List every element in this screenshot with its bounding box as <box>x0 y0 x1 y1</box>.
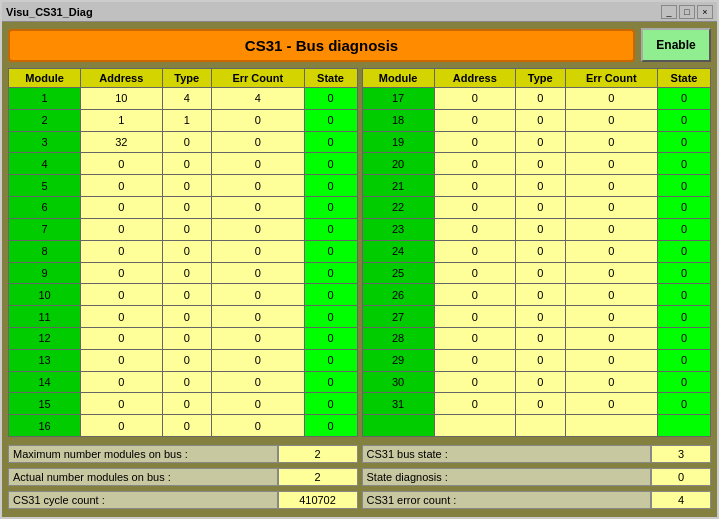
cell-module: 1 <box>9 88 81 110</box>
cell-module: 5 <box>9 175 81 197</box>
cell-state: 0 <box>304 131 357 153</box>
cell-module: 16 <box>9 415 81 437</box>
cell-state: 0 <box>658 109 711 131</box>
cell-state: 0 <box>304 153 357 175</box>
cell-address: 32 <box>81 131 162 153</box>
cell-module: 25 <box>362 262 434 284</box>
cell-state: 0 <box>658 88 711 110</box>
col-header-type-right: Type <box>516 69 566 88</box>
cell-empty <box>362 415 434 437</box>
cell-address: 0 <box>434 175 515 197</box>
status-value: 2 <box>278 445 358 463</box>
cell-type: 0 <box>162 240 212 262</box>
cell-empty <box>516 415 566 437</box>
cell-type: 0 <box>516 197 566 219</box>
status-section: Maximum number modules on bus : 2 Actual… <box>8 443 711 511</box>
table-row: 11 0 0 0 0 <box>9 306 358 328</box>
status-value: 0 <box>651 468 711 486</box>
cell-address: 0 <box>81 415 162 437</box>
status-label: CS31 error count : <box>362 491 652 509</box>
table-row: 20 0 0 0 0 <box>362 153 711 175</box>
table-row: 1 10 4 4 0 <box>9 88 358 110</box>
table-row: 26 0 0 0 0 <box>362 284 711 306</box>
cell-address: 0 <box>81 153 162 175</box>
cell-errcount: 0 <box>565 153 657 175</box>
cell-state: 0 <box>304 306 357 328</box>
cell-errcount: 0 <box>565 262 657 284</box>
cell-errcount: 0 <box>565 327 657 349</box>
cell-empty <box>565 415 657 437</box>
enable-button[interactable]: Enable <box>641 28 711 62</box>
table-row: 8 0 0 0 0 <box>9 240 358 262</box>
cell-module: 18 <box>362 109 434 131</box>
cell-type: 0 <box>516 262 566 284</box>
maximize-button[interactable]: □ <box>679 5 695 19</box>
cell-address: 0 <box>81 306 162 328</box>
minimize-button[interactable]: _ <box>661 5 677 19</box>
cell-module: 28 <box>362 327 434 349</box>
cell-errcount: 0 <box>565 306 657 328</box>
cell-type: 0 <box>516 175 566 197</box>
cell-address: 0 <box>81 349 162 371</box>
cell-module: 30 <box>362 371 434 393</box>
cell-errcount: 0 <box>212 197 304 219</box>
cell-type: 0 <box>162 218 212 240</box>
status-label: Maximum number modules on bus : <box>8 445 278 463</box>
cell-type: 0 <box>162 371 212 393</box>
tables-row: Module Address Type Err Count State 1 10… <box>8 68 711 437</box>
status-label: Actual number modules on bus : <box>8 468 278 486</box>
cell-errcount: 0 <box>212 218 304 240</box>
cell-type: 0 <box>162 175 212 197</box>
cell-type: 0 <box>516 153 566 175</box>
cell-module: 14 <box>9 371 81 393</box>
table-row: 30 0 0 0 0 <box>362 371 711 393</box>
cell-state: 0 <box>304 218 357 240</box>
cell-address: 0 <box>434 284 515 306</box>
cell-errcount: 0 <box>212 393 304 415</box>
cell-address: 0 <box>434 306 515 328</box>
status-row: CS31 cycle count : 410702 <box>8 489 358 511</box>
cell-address: 0 <box>434 131 515 153</box>
cell-errcount: 0 <box>212 306 304 328</box>
table-row: 31 0 0 0 0 <box>362 393 711 415</box>
cell-module: 22 <box>362 197 434 219</box>
cell-address: 0 <box>434 393 515 415</box>
cell-module: 21 <box>362 175 434 197</box>
cell-module: 11 <box>9 306 81 328</box>
cell-address: 0 <box>434 240 515 262</box>
cell-address: 0 <box>81 371 162 393</box>
close-button[interactable]: × <box>697 5 713 19</box>
cell-state: 0 <box>658 393 711 415</box>
cell-module: 4 <box>9 153 81 175</box>
col-header-state-right: State <box>658 69 711 88</box>
cell-module: 2 <box>9 109 81 131</box>
table-row: 21 0 0 0 0 <box>362 175 711 197</box>
cell-state: 0 <box>304 415 357 437</box>
cell-errcount: 0 <box>565 131 657 153</box>
status-left: Maximum number modules on bus : 2 Actual… <box>8 443 358 511</box>
cell-type: 0 <box>516 131 566 153</box>
status-value: 4 <box>651 491 711 509</box>
table-row: 23 0 0 0 0 <box>362 218 711 240</box>
table-row: 27 0 0 0 0 <box>362 306 711 328</box>
table-row: 6 0 0 0 0 <box>9 197 358 219</box>
cell-state: 0 <box>658 131 711 153</box>
cell-state: 0 <box>658 306 711 328</box>
cell-state: 0 <box>304 371 357 393</box>
cell-state: 0 <box>304 327 357 349</box>
cell-state: 0 <box>658 327 711 349</box>
cell-type: 0 <box>162 197 212 219</box>
col-header-errcount-left: Err Count <box>212 69 304 88</box>
cell-module: 20 <box>362 153 434 175</box>
cell-errcount: 0 <box>212 109 304 131</box>
cell-errcount: 0 <box>565 349 657 371</box>
col-header-address-right: Address <box>434 69 515 88</box>
cell-type: 0 <box>516 371 566 393</box>
cell-state: 0 <box>304 240 357 262</box>
col-header-address-left: Address <box>81 69 162 88</box>
status-label: State diagnosis : <box>362 468 652 486</box>
right-data-table: Module Address Type Err Count State 17 0… <box>362 68 712 437</box>
cell-state: 0 <box>304 175 357 197</box>
cell-module: 3 <box>9 131 81 153</box>
cell-state: 0 <box>304 262 357 284</box>
